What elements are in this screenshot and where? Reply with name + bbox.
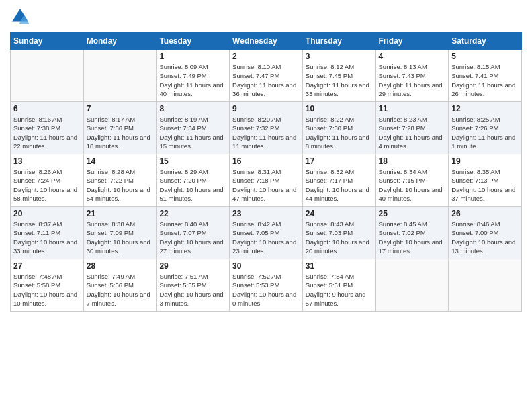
day-info: Sunrise: 8:45 AM Sunset: 7:02 PM Dayligh… [379,220,446,255]
day-info: Sunrise: 8:13 AM Sunset: 7:43 PM Dayligh… [379,62,446,98]
day-number: 1 [159,52,226,61]
calendar-cell: 16Sunrise: 8:31 AM Sunset: 7:18 PM Dayli… [230,154,303,207]
day-number: 30 [232,261,300,271]
weekday-header-friday: Friday [375,33,449,50]
logo [10,7,32,27]
day-number: 4 [379,52,446,61]
weekday-header-tuesday: Tuesday [157,33,230,50]
day-number: 14 [87,156,154,166]
day-info: Sunrise: 8:09 AM Sunset: 7:49 PM Dayligh… [159,62,226,98]
day-info: Sunrise: 7:54 AM Sunset: 5:51 PM Dayligh… [306,272,373,308]
day-number: 25 [379,209,446,218]
week-row-3: 13Sunrise: 8:26 AM Sunset: 7:24 PM Dayli… [11,154,522,207]
day-number: 19 [451,156,519,166]
day-info: Sunrise: 8:32 AM Sunset: 7:17 PM Dayligh… [306,167,373,203]
calendar-cell: 7Sunrise: 8:17 AM Sunset: 7:36 PM Daylig… [83,102,157,154]
day-number: 31 [306,261,373,271]
calendar-cell: 8Sunrise: 8:19 AM Sunset: 7:34 PM Daylig… [157,102,230,154]
day-number: 27 [13,261,81,271]
day-number: 10 [306,104,373,113]
day-info: Sunrise: 8:25 AM Sunset: 7:26 PM Dayligh… [451,115,519,150]
day-number: 17 [306,156,373,166]
calendar-cell: 3Sunrise: 8:12 AM Sunset: 7:45 PM Daylig… [302,50,375,102]
day-info: Sunrise: 7:48 AM Sunset: 5:58 PM Dayligh… [13,272,81,308]
calendar-cell: 17Sunrise: 8:32 AM Sunset: 7:17 PM Dayli… [302,154,375,207]
day-number: 13 [13,156,81,166]
day-number: 24 [306,209,373,218]
day-info: Sunrise: 8:34 AM Sunset: 7:15 PM Dayligh… [379,167,446,203]
calendar-cell [375,259,449,312]
calendar-cell: 29Sunrise: 7:51 AM Sunset: 5:55 PM Dayli… [157,259,230,312]
weekday-header-monday: Monday [83,33,157,50]
day-number: 21 [87,209,154,218]
day-info: Sunrise: 7:51 AM Sunset: 5:55 PM Dayligh… [159,272,226,308]
day-info: Sunrise: 8:23 AM Sunset: 7:28 PM Dayligh… [379,115,446,150]
day-info: Sunrise: 8:16 AM Sunset: 7:38 PM Dayligh… [13,115,81,150]
day-info: Sunrise: 8:40 AM Sunset: 7:07 PM Dayligh… [159,220,226,255]
day-info: Sunrise: 8:35 AM Sunset: 7:13 PM Dayligh… [451,167,519,203]
week-row-4: 20Sunrise: 8:37 AM Sunset: 7:11 PM Dayli… [11,207,522,259]
day-number: 6 [13,104,81,113]
weekday-header-sunday: Sunday [11,33,84,50]
calendar-cell: 6Sunrise: 8:16 AM Sunset: 7:38 PM Daylig… [11,102,84,154]
day-info: Sunrise: 8:46 AM Sunset: 7:00 PM Dayligh… [451,220,519,255]
calendar-cell: 14Sunrise: 8:28 AM Sunset: 7:22 PM Dayli… [83,154,157,207]
calendar-cell: 23Sunrise: 8:42 AM Sunset: 7:05 PM Dayli… [230,207,303,259]
day-number: 28 [87,261,154,271]
day-number: 5 [451,52,519,61]
day-info: Sunrise: 8:28 AM Sunset: 7:22 PM Dayligh… [87,167,154,203]
day-number: 23 [232,209,300,218]
day-number: 11 [379,104,446,113]
week-row-5: 27Sunrise: 7:48 AM Sunset: 5:58 PM Dayli… [11,259,522,312]
calendar-cell: 2Sunrise: 8:10 AM Sunset: 7:47 PM Daylig… [230,50,303,102]
calendar-cell: 20Sunrise: 8:37 AM Sunset: 7:11 PM Dayli… [11,207,84,259]
day-number: 20 [13,209,81,218]
day-number: 15 [159,156,226,166]
header [10,7,522,27]
calendar-cell [11,50,84,102]
day-info: Sunrise: 8:15 AM Sunset: 7:41 PM Dayligh… [451,62,519,98]
calendar-cell: 4Sunrise: 8:13 AM Sunset: 7:43 PM Daylig… [375,50,449,102]
calendar-cell: 22Sunrise: 8:40 AM Sunset: 7:07 PM Dayli… [157,207,230,259]
calendar-cell: 5Sunrise: 8:15 AM Sunset: 7:41 PM Daylig… [449,50,522,102]
day-info: Sunrise: 8:29 AM Sunset: 7:20 PM Dayligh… [159,167,226,203]
calendar: SundayMondayTuesdayWednesdayThursdayFrid… [10,32,522,312]
day-number: 22 [159,209,226,218]
calendar-cell: 11Sunrise: 8:23 AM Sunset: 7:28 PM Dayli… [375,102,449,154]
day-info: Sunrise: 8:12 AM Sunset: 7:45 PM Dayligh… [306,62,373,98]
day-number: 29 [159,261,226,271]
calendar-cell: 9Sunrise: 8:20 AM Sunset: 7:32 PM Daylig… [230,102,303,154]
calendar-cell: 1Sunrise: 8:09 AM Sunset: 7:49 PM Daylig… [157,50,230,102]
day-info: Sunrise: 8:22 AM Sunset: 7:30 PM Dayligh… [306,115,373,150]
calendar-cell: 26Sunrise: 8:46 AM Sunset: 7:00 PM Dayli… [449,207,522,259]
calendar-cell: 27Sunrise: 7:48 AM Sunset: 5:58 PM Dayli… [11,259,84,312]
logo-icon [10,7,30,27]
day-number: 9 [232,104,300,113]
day-info: Sunrise: 8:19 AM Sunset: 7:34 PM Dayligh… [159,115,226,150]
calendar-cell: 19Sunrise: 8:35 AM Sunset: 7:13 PM Dayli… [449,154,522,207]
weekday-header-row: SundayMondayTuesdayWednesdayThursdayFrid… [11,33,522,50]
day-number: 18 [379,156,446,166]
day-info: Sunrise: 8:17 AM Sunset: 7:36 PM Dayligh… [87,115,154,150]
day-number: 8 [159,104,226,113]
weekday-header-saturday: Saturday [449,33,522,50]
calendar-cell: 21Sunrise: 8:38 AM Sunset: 7:09 PM Dayli… [83,207,157,259]
calendar-cell: 15Sunrise: 8:29 AM Sunset: 7:20 PM Dayli… [157,154,230,207]
day-info: Sunrise: 7:49 AM Sunset: 5:56 PM Dayligh… [87,272,154,308]
calendar-cell: 24Sunrise: 8:43 AM Sunset: 7:03 PM Dayli… [302,207,375,259]
day-info: Sunrise: 8:10 AM Sunset: 7:47 PM Dayligh… [232,62,300,98]
day-number: 3 [306,52,373,61]
calendar-cell: 28Sunrise: 7:49 AM Sunset: 5:56 PM Dayli… [83,259,157,312]
weekday-header-thursday: Thursday [302,33,375,50]
day-info: Sunrise: 8:26 AM Sunset: 7:24 PM Dayligh… [13,167,81,203]
day-info: Sunrise: 8:31 AM Sunset: 7:18 PM Dayligh… [232,167,300,203]
calendar-cell: 10Sunrise: 8:22 AM Sunset: 7:30 PM Dayli… [302,102,375,154]
day-info: Sunrise: 8:43 AM Sunset: 7:03 PM Dayligh… [306,220,373,255]
day-number: 26 [451,209,519,218]
day-info: Sunrise: 8:37 AM Sunset: 7:11 PM Dayligh… [13,220,81,255]
day-info: Sunrise: 7:52 AM Sunset: 5:53 PM Dayligh… [232,272,300,308]
calendar-cell: 30Sunrise: 7:52 AM Sunset: 5:53 PM Dayli… [230,259,303,312]
day-number: 2 [232,52,300,61]
page: SundayMondayTuesdayWednesdayThursdayFrid… [0,0,532,411]
calendar-cell: 13Sunrise: 8:26 AM Sunset: 7:24 PM Dayli… [11,154,84,207]
